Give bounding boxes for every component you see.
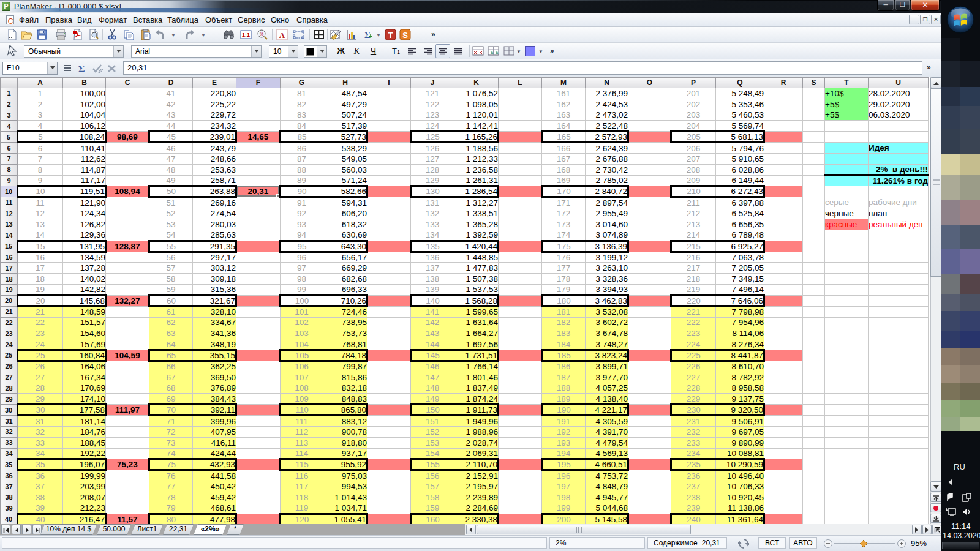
svg-text:T: T: [388, 31, 393, 40]
svg-text:S: S: [402, 31, 408, 40]
svg-text:$: $: [491, 50, 494, 55]
svg-text:A: A: [279, 31, 285, 40]
svg-text:%: %: [260, 32, 263, 36]
svg-text:Σ: Σ: [364, 30, 371, 40]
svg-text:$: $: [496, 50, 499, 55]
svg-text:1:1: 1:1: [242, 32, 250, 38]
svg-text:Σ: Σ: [78, 63, 85, 75]
